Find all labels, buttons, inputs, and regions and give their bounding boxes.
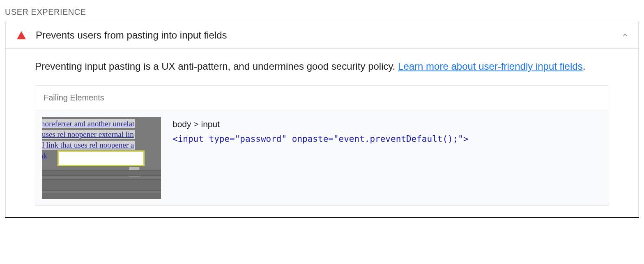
thumb-text-line: ok — [42, 151, 48, 160]
description-suffix: . — [583, 61, 586, 72]
learn-more-link[interactable]: Learn more about user-friendly input fie… — [398, 61, 583, 72]
warning-triangle-icon — [17, 31, 26, 39]
audit-description: Preventing input pasting is a UX anti-pa… — [35, 59, 609, 74]
failing-elements-panel: Failing Elements noreferrer and another … — [35, 85, 609, 206]
audit-title: Prevents users from pasting into input f… — [36, 30, 621, 41]
element-snippet: <input type="password" onpaste="event.pr… — [172, 134, 602, 144]
thumb-text-line: t uses rel noopener external lin — [42, 130, 135, 139]
audit-header[interactable]: Prevents users from pasting into input f… — [5, 22, 639, 49]
section-label: USER EXPERIENCE — [5, 7, 639, 17]
description-prefix: Preventing input pasting is a UX anti-pa… — [35, 61, 398, 72]
failing-element-details: body > input <input type="password" onpa… — [172, 117, 602, 199]
highlighted-input-box — [58, 150, 145, 166]
thumb-decoration — [42, 193, 161, 199]
audit-card: Prevents users from pasting into input f… — [5, 22, 639, 218]
audit-body: Preventing input pasting is a UX anti-pa… — [5, 49, 639, 217]
element-selector: body > input — [172, 119, 602, 129]
failing-elements-header: Failing Elements — [35, 86, 609, 110]
chevron-up-icon — [621, 32, 629, 39]
thumb-decoration — [42, 170, 161, 176]
thumb-decoration — [42, 179, 161, 191]
thumb-text-line: al link that uses rel noopener a — [42, 141, 135, 150]
thumb-text-line: noreferrer and another unrelat — [42, 119, 135, 128]
failing-element-row: noreferrer and another unrelat t uses re… — [35, 110, 609, 205]
element-screenshot-thumbnail: noreferrer and another unrelat t uses re… — [42, 117, 161, 199]
